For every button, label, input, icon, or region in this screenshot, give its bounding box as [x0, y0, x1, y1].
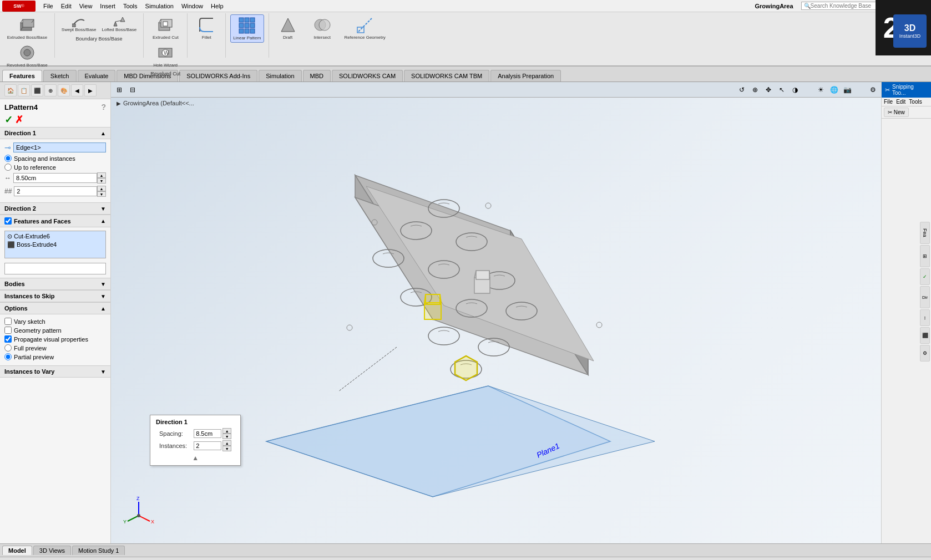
tab-solidworks-cam[interactable]: SOLIDWORKS CAM — [332, 70, 403, 82]
tab-evaluate[interactable]: Evaluate — [78, 70, 116, 82]
listbox-item-cut-extrude6[interactable]: ⊙ Cut-Extrude6 — [6, 232, 104, 241]
menu-insert[interactable]: Insert — [97, 2, 119, 11]
panel-home-btn[interactable]: 🏠 — [4, 84, 17, 96]
propagate-visual-checkbox[interactable] — [4, 335, 12, 343]
menu-simulation[interactable]: Simulation — [142, 2, 177, 11]
panel-nav-left[interactable]: ◀ — [71, 84, 83, 96]
right-dir-btn[interactable]: Dir — [920, 286, 930, 308]
callout-spacing-input[interactable] — [194, 429, 221, 438]
panel-list-btn[interactable]: 📋 — [18, 84, 30, 96]
full-preview-radio[interactable] — [4, 344, 12, 352]
direction2-section[interactable]: Direction 2 ▼ — [0, 202, 110, 215]
right-settings-btn[interactable]: ⚙ — [920, 345, 930, 362]
spacing-input[interactable] — [13, 173, 97, 183]
spacing-down[interactable]: ▼ — [97, 178, 106, 184]
vp-zoom-btn[interactable]: ⊕ — [749, 84, 761, 96]
snipping-file-menu[interactable]: File — [884, 99, 893, 105]
cancel-btn[interactable]: ✗ — [15, 114, 23, 126]
menu-tools[interactable]: Tools — [120, 2, 141, 11]
tab-mbd[interactable]: MBD — [303, 70, 331, 82]
right-expand-btn[interactable]: Fea — [920, 222, 930, 244]
geometry-pattern-checkbox[interactable] — [4, 327, 12, 334]
menu-view[interactable]: View — [76, 2, 96, 11]
instances-to-vary-section[interactable]: Instances to Vary ▼ — [0, 365, 110, 378]
search-box[interactable]: 🔍 — [801, 2, 886, 10]
menu-edit[interactable]: Edit — [58, 2, 75, 11]
spacing-up[interactable]: ▲ — [97, 172, 106, 178]
vary-sketch-checkbox[interactable] — [4, 318, 12, 325]
help-btn[interactable]: ? — [101, 103, 106, 111]
features-listbox[interactable]: ⊙ Cut-Extrude6 ⬛ Boss-Extrude4 — [4, 231, 106, 258]
callout-instances-up[interactable]: ▲ — [222, 440, 231, 446]
tab-features[interactable]: Features — [2, 70, 42, 82]
menu-help[interactable]: Help — [208, 2, 227, 11]
options-section[interactable]: Options ▲ — [0, 302, 110, 314]
panel-cube-btn[interactable]: ⬛ — [31, 84, 43, 96]
listbox-item-boss-extrude4[interactable]: ⬛ Boss-Extrude4 — [6, 241, 104, 249]
extruded-boss-base-btn[interactable]: Extruded Boss/Base — [5, 14, 49, 42]
up-to-reference-radio[interactable] — [4, 164, 12, 171]
vp-lights-btn[interactable]: ☀ — [814, 84, 827, 96]
panel-target-btn[interactable]: ⊕ — [44, 84, 57, 96]
right-icons-btn[interactable]: ⊞ — [920, 245, 930, 267]
tab-solidworks-cam-tbm[interactable]: SOLIDWORKS CAM TBM — [404, 70, 489, 82]
direction1-section[interactable]: Direction 1 ▲ — [0, 127, 110, 139]
tab-simulation[interactable]: Simulation — [259, 70, 301, 82]
callout-spacing-down[interactable]: ▼ — [222, 434, 231, 439]
draft-btn[interactable]: Draft — [274, 14, 302, 42]
tab-solidworks-addins[interactable]: SOLIDWORKS Add-Ins — [179, 70, 257, 82]
vp-settings-btn[interactable]: ⚙ — [867, 84, 879, 96]
menu-window[interactable]: Window — [178, 2, 206, 11]
snipping-edit-menu[interactable]: Edit — [896, 99, 905, 105]
panel-nav-right[interactable]: ▶ — [84, 84, 97, 96]
vp-scene-btn[interactable]: 🌐 — [828, 84, 840, 96]
instances-up[interactable]: ▲ — [97, 186, 106, 191]
features-faces-section[interactable]: Features and Faces ▲ — [0, 215, 110, 227]
vp-select-btn[interactable]: ↖ — [776, 84, 788, 96]
features-faces-input[interactable] — [4, 263, 106, 274]
bottom-tab-model[interactable]: Model — [2, 546, 32, 555]
partial-preview-radio[interactable] — [4, 353, 12, 360]
linear-pattern-btn[interactable]: Linear Pattern — [230, 14, 264, 43]
bottom-tab-motion-study[interactable]: Motion Study 1 — [72, 546, 125, 555]
right-box-btn[interactable]: ⬛ — [920, 327, 930, 344]
fillet-btn[interactable]: Fillet — [193, 14, 220, 42]
callout-spacing-up[interactable]: ▲ — [222, 428, 231, 434]
swept-boss-base-btn[interactable]: Swept Boss/Base — [59, 14, 99, 34]
right-arrows-btn[interactable]: ↕ — [920, 309, 930, 326]
instances-down[interactable]: ▼ — [97, 191, 106, 197]
menu-file[interactable]: File — [40, 2, 57, 11]
vp-btn-expand[interactable]: ⊞ — [113, 84, 125, 96]
panel-color-btn[interactable]: 🎨 — [58, 84, 70, 96]
search-input[interactable] — [811, 3, 883, 9]
intersect-btn[interactable]: Intersect — [308, 14, 336, 42]
lofted-boss-base-btn[interactable]: Lofted Boss/Base — [100, 14, 139, 34]
vp-camera-btn[interactable]: 📷 — [841, 84, 853, 96]
callout-instances-down[interactable]: ▼ — [222, 446, 231, 451]
callout-collapse-arrow[interactable]: ▲ — [156, 454, 235, 462]
callout-instances-input[interactable] — [194, 441, 221, 450]
features-faces-checkbox[interactable] — [4, 217, 12, 225]
extruded-cut-btn[interactable]: Extruded Cut — [150, 14, 181, 42]
snipping-new-btn[interactable]: ✂ New — [884, 108, 909, 117]
instances-to-skip-section[interactable]: Instances to Skip ▼ — [0, 290, 110, 302]
instant3d-btn[interactable]: 3D Instant3D — [893, 14, 927, 48]
hole-wizard-btn[interactable]: W Hole Wizard — [151, 42, 180, 70]
snipping-tools-menu[interactable]: Tools — [909, 99, 922, 105]
spacing-instances-radio[interactable] — [4, 155, 12, 162]
ok-btn[interactable]: ✓ — [4, 114, 13, 126]
tab-analysis-preparation[interactable]: Analysis Preparation — [490, 70, 561, 82]
edge-input[interactable] — [13, 142, 106, 152]
instances-input[interactable] — [14, 186, 97, 196]
reference-geometry-btn[interactable]: Reference Geometry — [342, 14, 388, 42]
vp-rotate-btn[interactable]: ↺ — [736, 84, 748, 96]
revolved-cut-btn[interactable]: Revolved Cut — [148, 69, 183, 78]
bodies-section[interactable]: Bodies ▼ — [0, 278, 110, 290]
revolved-boss-base-btn[interactable]: Revolved Boss/Base — [4, 42, 50, 70]
vp-display-btn[interactable]: ◑ — [789, 84, 801, 96]
right-check-btn[interactable]: ✓ — [920, 268, 930, 285]
vp-pan-btn[interactable]: ✥ — [762, 84, 775, 96]
bottom-tab-3d-views[interactable]: 3D Views — [33, 546, 71, 555]
vp-btn-grid[interactable]: ⊟ — [127, 84, 139, 96]
tab-sketch[interactable]: Sketch — [43, 70, 77, 82]
